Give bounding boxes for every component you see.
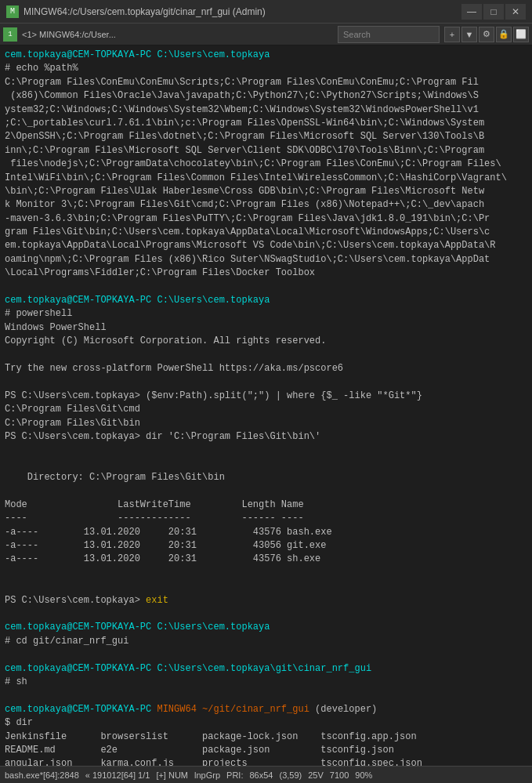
window-button[interactable]: ⬜ <box>513 27 529 42</box>
tab-label[interactable]: <1> MINGW64:/c/User... <box>22 30 336 39</box>
tab-icon: 1 <box>3 27 17 42</box>
status-info8: 7100 <box>330 770 349 780</box>
maximize-button[interactable]: □ <box>483 4 504 20</box>
status-process: bash.exe*[64]:2848 <box>5 770 79 780</box>
tab-bar: 1 <1> MINGW64:/c/User... + ▼ ⚙ 🔒 ⬜ <box>0 24 532 45</box>
status-info5: 86x54 <box>249 770 273 780</box>
status-bar: bash.exe*[64]:2848 « 191012[64] 1/1 [+] … <box>0 766 532 783</box>
minimize-button[interactable]: — <box>461 4 482 20</box>
terminal[interactable]: cem.topkaya@CEM-TOPKAYA-PC C:\Users\cem.… <box>0 45 532 766</box>
status-info6: (3,59) <box>279 770 302 780</box>
title-icon-label: M <box>10 7 15 16</box>
status-info2: [+] NUM <box>156 770 188 780</box>
tab-icon-label: 1 <box>8 31 12 38</box>
tab-bar-buttons: + ▼ ⚙ 🔒 ⬜ <box>444 27 529 42</box>
lock-button[interactable]: 🔒 <box>496 27 512 42</box>
status-info1: « 191012[64] 1/1 <box>85 770 150 780</box>
status-info4: PRI: <box>226 770 243 780</box>
status-info3: lnpGrp <box>194 770 220 780</box>
title-bar: M MINGW64:/c/Users/cem.topkaya/git/cinar… <box>0 0 532 24</box>
dropdown-button[interactable]: ▼ <box>461 27 477 42</box>
search-input[interactable] <box>338 26 440 43</box>
close-button[interactable]: ✕ <box>505 4 526 20</box>
title-bar-icon: M <box>6 5 19 18</box>
title-bar-controls: — □ ✕ <box>461 4 526 20</box>
settings-button[interactable]: ⚙ <box>479 27 494 42</box>
status-info9: 90% <box>355 770 372 780</box>
title-bar-text: MINGW64:/c/Users/cem.topkaya/git/cinar_n… <box>24 6 457 17</box>
add-tab-button[interactable]: + <box>444 27 460 42</box>
status-info7: 25V <box>308 770 324 780</box>
